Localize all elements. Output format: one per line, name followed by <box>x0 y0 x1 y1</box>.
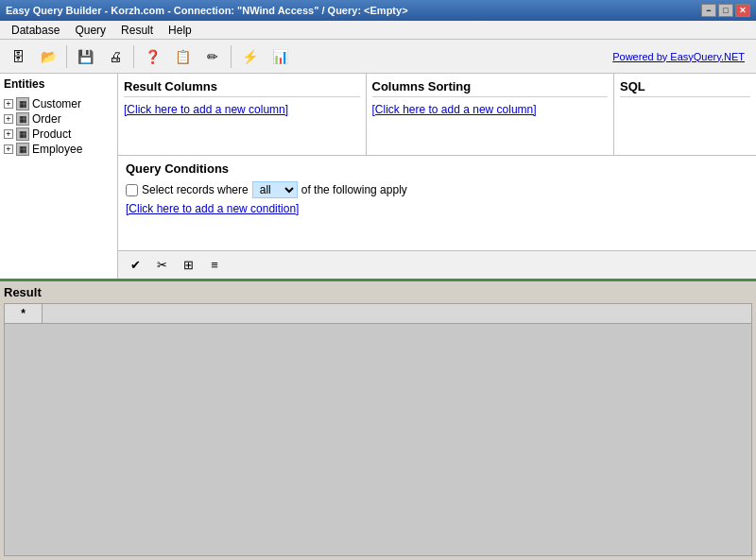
menu-help[interactable]: Help <box>161 22 199 39</box>
entity-label-order: Order <box>32 112 61 126</box>
columns-sorting-header: Columns Sorting <box>372 79 609 97</box>
scissors-button[interactable]: ✂ <box>150 255 173 276</box>
tree-item-order[interactable]: + ▦ Order <box>4 111 113 127</box>
grid-button[interactable]: ⊞ <box>177 255 199 276</box>
toolbar-database-btn[interactable]: 🗄 <box>4 43 32 70</box>
result-grid-star-cell: * <box>5 304 43 323</box>
powered-link[interactable]: Powered by EasyQuery.NET <box>612 51 752 62</box>
result-grid: * <box>4 303 752 556</box>
condition-quantifier-select[interactable]: all any <box>252 181 298 198</box>
tree-item-employee[interactable]: + ▦ Employee <box>4 142 113 157</box>
window-controls: − □ ✕ <box>701 4 750 17</box>
close-button[interactable]: ✕ <box>735 4 750 17</box>
menu-query[interactable]: Query <box>67 22 113 39</box>
tree-item-customer[interactable]: + ▦ Customer <box>4 96 113 111</box>
result-columns-panel: Result Columns [Click here to add a new … <box>118 74 367 155</box>
expander-order[interactable]: + <box>4 114 13 124</box>
condition-checkbox[interactable] <box>126 184 138 196</box>
toolbar-edit-btn[interactable]: ✏ <box>198 43 227 70</box>
result-columns-header: Result Columns <box>124 79 360 97</box>
toolbar-result-btn[interactable]: 📊 <box>266 43 294 70</box>
title-bar: Easy Query Builder - Korzh.com - Connect… <box>0 0 756 21</box>
table-icon-product: ▦ <box>16 127 29 141</box>
toolbar-print-btn[interactable]: 🖨 <box>101 43 129 70</box>
minimize-button[interactable]: − <box>701 4 716 17</box>
table-icon-employee: ▦ <box>16 143 29 156</box>
bottom-toolbar: ✔ ✂ ⊞ ≡ <box>118 250 756 279</box>
query-area: Result Columns [Click here to add a new … <box>118 74 756 279</box>
toolbar-run-btn[interactable]: ⚡ <box>235 43 264 70</box>
toolbar-open-btn[interactable]: 📂 <box>34 43 62 70</box>
entity-label-employee: Employee <box>32 143 82 156</box>
add-sorting-column-link[interactable]: [Click here to add a new column] <box>372 103 537 116</box>
main-container: Entities + ▦ Customer + ▦ Order + ▦ Prod… <box>0 74 756 560</box>
result-section: Result * <box>0 281 756 560</box>
toolbar-separator-1 <box>66 45 67 68</box>
condition-suffix: of the following apply <box>301 183 407 196</box>
expander-employee[interactable]: + <box>4 144 13 154</box>
entity-label-customer: Customer <box>32 97 81 110</box>
condition-row: Select records where all any of the foll… <box>126 181 748 198</box>
entities-title: Entities <box>4 77 113 91</box>
sql-panel: SQL <box>614 74 756 155</box>
table-icon-order: ▦ <box>16 112 29 126</box>
result-grid-header: * <box>5 304 751 324</box>
conditions-header: Query Conditions <box>126 161 748 176</box>
tree-item-product[interactable]: + ▦ Product <box>4 127 113 142</box>
result-title: Result <box>4 285 752 299</box>
add-condition-link[interactable]: [Click here to add a new condition] <box>126 202 299 215</box>
toolbar: 🗄 📂 💾 🖨 ❓ 📋 ✏ ⚡ 📊 Powered by EasyQuery.N… <box>0 40 756 74</box>
condition-prefix: Select records where <box>142 183 249 196</box>
toolbar-separator-3 <box>231 45 232 68</box>
entities-panel: Entities + ▦ Customer + ▦ Order + ▦ Prod… <box>0 74 118 279</box>
add-result-column-link[interactable]: [Click here to add a new column] <box>124 103 288 116</box>
toolbar-separator-2 <box>133 45 134 68</box>
expander-product[interactable]: + <box>4 129 13 139</box>
title-text: Easy Query Builder - Korzh.com - Connect… <box>6 5 408 16</box>
panels-row: Result Columns [Click here to add a new … <box>118 74 756 156</box>
maximize-button[interactable]: □ <box>718 4 733 17</box>
conditions-panel: Query Conditions Select records where al… <box>118 156 756 250</box>
toolbar-save-btn[interactable]: 💾 <box>71 43 99 70</box>
top-section: Entities + ▦ Customer + ▦ Order + ▦ Prod… <box>0 74 756 281</box>
sql-panel-header: SQL <box>620 79 750 97</box>
expander-customer[interactable]: + <box>4 99 13 109</box>
table-icon-customer: ▦ <box>16 97 29 110</box>
columns-sorting-panel: Columns Sorting [Click here to add a new… <box>367 74 615 155</box>
list-button[interactable]: ≡ <box>203 255 226 276</box>
entity-label-product: Product <box>32 127 71 141</box>
menu-database[interactable]: Database <box>4 22 67 39</box>
menu-bar: Database Query Result Help <box>0 21 756 40</box>
toolbar-copy-btn[interactable]: 📋 <box>168 43 197 70</box>
check-button[interactable]: ✔ <box>124 255 146 276</box>
menu-result[interactable]: Result <box>113 22 161 39</box>
toolbar-help-btn[interactable]: ❓ <box>138 43 166 70</box>
